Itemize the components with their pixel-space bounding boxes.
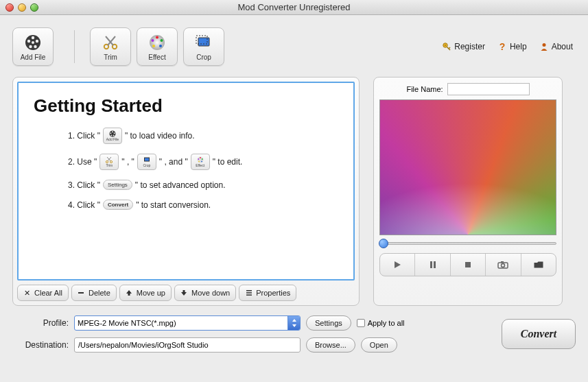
- titlebar: Mod Converter Unregistered: [0, 0, 588, 15]
- properties-label: Properties: [256, 289, 290, 297]
- step-3-text-b: " to set advanced option.: [135, 180, 226, 190]
- crop-button[interactable]: Crop: [183, 27, 224, 66]
- mini-add-file-label: Add File: [106, 137, 119, 141]
- key-icon: [442, 42, 451, 51]
- svg-point-10: [156, 36, 158, 38]
- list-icon: [245, 289, 252, 297]
- open-folder-button[interactable]: [521, 254, 556, 276]
- play-icon: [392, 260, 402, 270]
- svg-point-32: [201, 161, 202, 163]
- svg-point-19: [542, 43, 545, 47]
- browse-button[interactable]: Browse...: [306, 337, 355, 353]
- svg-point-12: [159, 45, 162, 47]
- mini-settings: Settings: [103, 180, 132, 190]
- step-2-text-a: 2. Use ": [68, 157, 97, 167]
- move-down-label: Move down: [191, 289, 230, 297]
- svg-point-24: [110, 134, 112, 136]
- pause-button[interactable]: [415, 254, 450, 276]
- destination-row: Destination: Browse... Open: [12, 337, 414, 353]
- settings-button[interactable]: Settings: [306, 315, 351, 331]
- delete-button[interactable]: Delete: [71, 285, 117, 301]
- destination-input[interactable]: [74, 337, 301, 353]
- svg-point-21: [112, 131, 113, 132]
- effect-button[interactable]: Effect: [137, 27, 178, 66]
- seek-slider[interactable]: [379, 242, 556, 245]
- move-up-button[interactable]: Move up: [119, 285, 172, 301]
- bottom-area: Profile: MPEG-2 Movie NTSC(*.mpg) Settin…: [12, 315, 576, 353]
- effect-label: Effect: [148, 53, 165, 61]
- top-links: Register ? Help About: [442, 42, 576, 51]
- svg-point-13: [152, 45, 155, 47]
- midrow: Getting Started 1. Click " Add File " to…: [12, 77, 576, 306]
- getting-started-heading: Getting Started: [34, 95, 338, 117]
- folder-icon: [533, 260, 544, 270]
- register-label: Register: [454, 42, 485, 51]
- profile-label: Profile:: [12, 318, 69, 328]
- filename-row: File Name:: [379, 83, 556, 95]
- add-file-button[interactable]: Add File: [12, 27, 54, 66]
- toolbar-separator: [74, 30, 75, 63]
- svg-rect-37: [246, 292, 252, 294]
- apply-all-row[interactable]: Apply to all: [357, 319, 405, 327]
- crop-icon: [194, 33, 213, 52]
- svg-point-33: [198, 161, 200, 163]
- svg-point-6: [32, 41, 34, 44]
- trim-button[interactable]: Trim: [90, 27, 131, 66]
- svg-rect-41: [465, 262, 471, 267]
- svg-rect-44: [501, 261, 504, 263]
- profile-value: MPEG-2 Movie NTSC(*.mpg): [78, 319, 176, 327]
- filename-input[interactable]: [447, 83, 530, 95]
- step-1: 1. Click " Add File " to load video info…: [68, 128, 338, 144]
- stop-button[interactable]: [451, 254, 486, 276]
- snapshot-button[interactable]: [486, 254, 521, 276]
- apply-all-checkbox[interactable]: [357, 319, 365, 327]
- step-3: 3. Click " Settings " to set advanced op…: [68, 180, 338, 190]
- step-2-text-c: " , and ": [159, 157, 188, 167]
- step-1-text-b: " to load video info.: [125, 131, 195, 141]
- effect-wheel-icon: [148, 33, 167, 52]
- move-down-button[interactable]: Move down: [174, 285, 236, 301]
- svg-point-34: [198, 158, 199, 160]
- profile-row: Profile: MPEG-2 Movie NTSC(*.mpg) Settin…: [12, 315, 414, 331]
- about-label: About: [552, 42, 573, 51]
- clear-all-label: Clear All: [34, 289, 62, 297]
- play-button[interactable]: [380, 254, 415, 276]
- add-file-label: Add File: [21, 53, 46, 61]
- svg-point-2: [36, 39, 38, 42]
- arrow-up-icon: [126, 289, 133, 297]
- help-label: Help: [510, 42, 527, 51]
- getting-started-canvas: Getting Started 1. Click " Add File " to…: [17, 82, 355, 280]
- delete-label: Delete: [89, 289, 110, 297]
- mini-crop-label: Crop: [143, 163, 150, 167]
- svg-point-18: [445, 45, 446, 46]
- register-link[interactable]: Register: [442, 42, 485, 51]
- convert-button[interactable]: Convert: [502, 319, 576, 349]
- svg-point-14: [152, 39, 154, 42]
- x-icon: ✕: [23, 289, 31, 297]
- help-link[interactable]: ? Help: [497, 42, 527, 51]
- transport-controls: [379, 253, 556, 276]
- about-link[interactable]: About: [539, 42, 573, 51]
- profile-select[interactable]: MPEG-2 Movie NTSC(*.mpg): [74, 315, 301, 331]
- steps: 1. Click " Add File " to load video info…: [34, 128, 338, 210]
- open-button[interactable]: Open: [361, 337, 397, 353]
- properties-button[interactable]: Properties: [239, 285, 296, 301]
- svg-rect-40: [434, 261, 436, 268]
- move-up-label: Move up: [137, 289, 165, 297]
- window-title: Mod Converter Unregistered: [0, 2, 588, 12]
- destination-label: Destination:: [12, 340, 69, 350]
- step-4: 4. Click " Convert " to start conversion…: [68, 200, 338, 210]
- list-actions: ✕ Clear All Delete Move up Move down: [17, 285, 355, 301]
- mini-crop: Crop: [137, 154, 156, 170]
- svg-rect-35: [78, 292, 84, 294]
- mini-trim-label: Trim: [106, 163, 113, 167]
- svg-point-11: [161, 39, 163, 42]
- person-icon: [539, 42, 549, 51]
- svg-point-31: [202, 158, 203, 160]
- apply-all-label: Apply to all: [368, 319, 405, 327]
- seek-knob[interactable]: [379, 239, 388, 248]
- minus-icon: [78, 289, 85, 297]
- seek-slider-row: [379, 242, 556, 245]
- film-reel-icon: [23, 33, 43, 52]
- clear-all-button[interactable]: ✕ Clear All: [17, 285, 69, 301]
